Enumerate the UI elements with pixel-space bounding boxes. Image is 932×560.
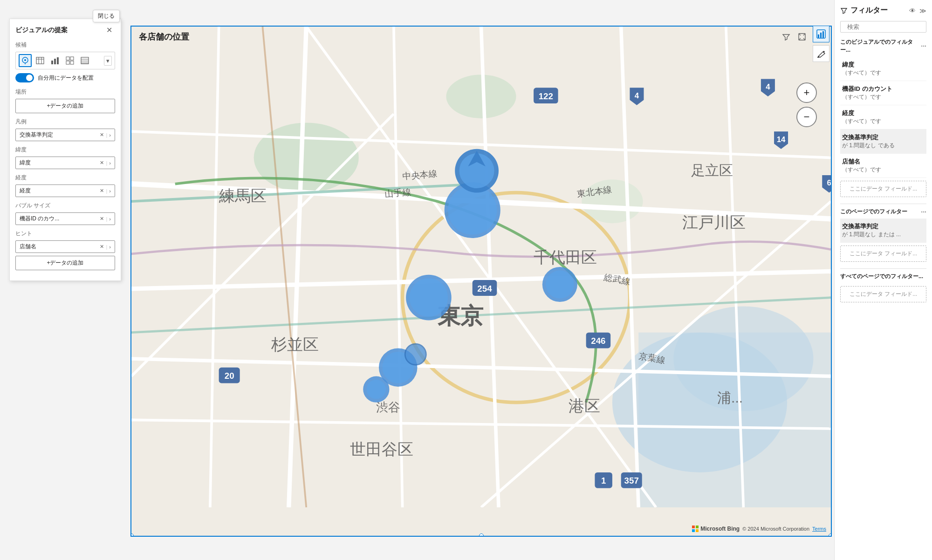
filter-item-exchange-visual[interactable]: 交換基準判定 が 1.問題なし である <box>840 130 926 154</box>
legend-expand-icon[interactable]: › <box>109 132 111 138</box>
bing-label: Microsoft Bing <box>700 526 740 532</box>
svg-rect-2 <box>36 57 44 64</box>
visual-filter-dots[interactable]: ··· <box>921 42 926 50</box>
visual-icons-row: ▾ <box>15 52 115 69</box>
filter-longitude-name: 経度 <box>842 109 925 117</box>
svg-rect-19 <box>820 33 822 38</box>
all-pages-filter-drop-zone[interactable]: ここにデータ フィールド... <box>840 286 926 302</box>
bubble-size-expand-icon[interactable]: › <box>109 216 111 222</box>
filter-item-longitude[interactable]: 経度 （すべて）です <box>840 105 926 130</box>
zoom-in-button[interactable]: + <box>796 82 817 103</box>
filter-visibility-icon[interactable]: 👁 <box>909 7 916 14</box>
svg-rect-12 <box>70 61 74 64</box>
svg-text:江戸川区: 江戸川区 <box>682 213 746 231</box>
legend-field-text: 交換基準判定 <box>20 131 97 139</box>
table-icon[interactable] <box>34 54 47 67</box>
filter-expand-icon[interactable]: ≫ <box>919 7 926 14</box>
svg-rect-7 <box>54 59 56 64</box>
page-filter-drop-zone[interactable]: ここにデータ フィールド... <box>840 246 926 262</box>
filter-item-exchange-page[interactable]: 交換基準判定 が 1.問題なし または ... <box>840 219 926 243</box>
svg-rect-9 <box>66 57 69 60</box>
add-hint-button[interactable]: +データの追加 <box>15 256 115 270</box>
bing-sq-red <box>692 526 695 528</box>
map-header: 各店舗の位置 ··· <box>139 31 823 42</box>
filter-latitude-name: 緯度 <box>842 61 925 69</box>
longitude-clear-icon[interactable]: ✕ <box>100 188 104 194</box>
visual-suggestions-panel: 閉じる ビジュアルの提案 ✕ 候補 <box>9 19 121 281</box>
map-container: 各店舗の位置 ··· <box>130 26 832 537</box>
legend-clear-icon[interactable]: ✕ <box>100 132 104 138</box>
filter-toolbar-icon[interactable] <box>781 31 792 42</box>
filter-divider-1 <box>840 204 926 204</box>
filter-search-input[interactable] <box>847 23 925 30</box>
svg-rect-6 <box>51 61 53 64</box>
latitude-field-pill: 緯度 ✕ | › <box>15 157 115 169</box>
list-icon[interactable] <box>78 54 91 67</box>
close-button[interactable]: ✕ <box>103 25 115 35</box>
svg-text:20: 20 <box>225 371 234 381</box>
svg-point-80 <box>448 185 497 234</box>
filter-header: フィルター 👁 ≫ <box>840 6 926 15</box>
bar-chart-icon[interactable] <box>48 54 62 67</box>
page-filter-dots[interactable]: ··· <box>921 208 926 216</box>
paint-tool-button[interactable] <box>813 45 829 62</box>
resize-handle-bm[interactable] <box>479 533 484 537</box>
svg-text:1: 1 <box>601 476 606 485</box>
filter-item-device-count[interactable]: 機器ID のカウント （すべて）です <box>840 81 926 105</box>
svg-text:14: 14 <box>777 135 786 144</box>
terms-link[interactable]: Terms <box>812 526 826 532</box>
latitude-clear-icon[interactable]: ✕ <box>100 160 104 166</box>
svg-text:千代田区: 千代田区 <box>534 248 597 266</box>
expand-toolbar-icon[interactable] <box>796 31 808 42</box>
map-icon[interactable] <box>19 54 32 67</box>
data-placement-toggle[interactable] <box>15 73 34 82</box>
svg-text:渋谷: 渋谷 <box>376 400 400 414</box>
resize-handle-bl[interactable] <box>130 533 134 537</box>
filter-header-icons: 👁 ≫ <box>909 7 926 14</box>
toggle-label: 自分用にデータを配置 <box>38 74 94 82</box>
svg-text:4: 4 <box>635 91 639 100</box>
svg-text:練馬区: 練馬区 <box>219 187 267 205</box>
latitude-expand-icon[interactable]: › <box>109 160 111 166</box>
filter-title-row: フィルター <box>840 6 888 15</box>
expand-visuals-button[interactable]: ▾ <box>104 56 112 66</box>
latitude-label: 緯度 <box>15 146 115 154</box>
filter-device-count-name: 機器ID のカウント <box>842 85 925 93</box>
hint-label: ヒント <box>15 230 115 238</box>
filter-item-store-name-visual[interactable]: 店舗名 （すべて）です <box>840 154 926 178</box>
hint-clear-icon[interactable]: ✕ <box>100 244 104 250</box>
add-location-button[interactable]: +データの追加 <box>15 99 115 113</box>
svg-text:港区: 港区 <box>569 397 600 415</box>
filter-panel: フィルター 👁 ≫ このビジュアルでのフィルター... ··· 緯度 （すべて）… <box>834 0 932 560</box>
filter-item-latitude[interactable]: 緯度 （すべて）です <box>840 57 926 81</box>
map-svg: 練馬区 杉並区 東京 千代田区 江戸川区 足立区 世田谷区 港区 浦... 渋谷… <box>131 27 831 507</box>
zoom-out-button[interactable]: − <box>796 107 817 127</box>
visual-filter-drop-zone[interactable]: ここにデータ フィールド... <box>840 181 926 197</box>
chart-tool-button[interactable] <box>813 26 829 42</box>
longitude-section: 経度 経度 ✕ | › <box>15 174 115 197</box>
svg-rect-26 <box>638 333 831 507</box>
longitude-field-actions: ✕ | › <box>100 188 111 194</box>
zoom-controls: + − <box>796 82 817 131</box>
page-filter-header-label: このページでのフィルター <box>840 208 907 216</box>
filter-exchange-visual-name: 交換基準判定 <box>842 133 925 142</box>
latitude-field-text: 緯度 <box>20 159 97 167</box>
close-tooltip: 閉じる <box>93 10 120 22</box>
filter-longitude-value: （すべて）です <box>842 117 925 125</box>
filter-exchange-page-name: 交換基準判定 <box>842 222 925 231</box>
resize-handle-br[interactable] <box>829 533 832 537</box>
svg-point-84 <box>546 270 574 298</box>
hint-field-text: 店舗名 <box>20 243 97 251</box>
legend-field-pill: 交換基準判定 ✕ | › <box>15 129 115 141</box>
svg-point-82 <box>410 278 448 317</box>
longitude-expand-icon[interactable]: › <box>109 188 111 194</box>
matrix-icon[interactable] <box>63 54 76 67</box>
bubble-size-clear-icon[interactable]: ✕ <box>100 216 104 222</box>
legend-field-actions: ✕ | › <box>100 132 111 138</box>
hint-field-actions: ✕ | › <box>100 244 111 250</box>
bing-sq-yellow <box>696 529 699 532</box>
visual-filter-header: このビジュアルでのフィルター... ··· <box>840 38 926 54</box>
hint-expand-icon[interactable]: › <box>109 244 111 250</box>
map-copyright: © 2024 Microsoft Corporation <box>742 526 809 532</box>
svg-text:246: 246 <box>591 336 605 346</box>
